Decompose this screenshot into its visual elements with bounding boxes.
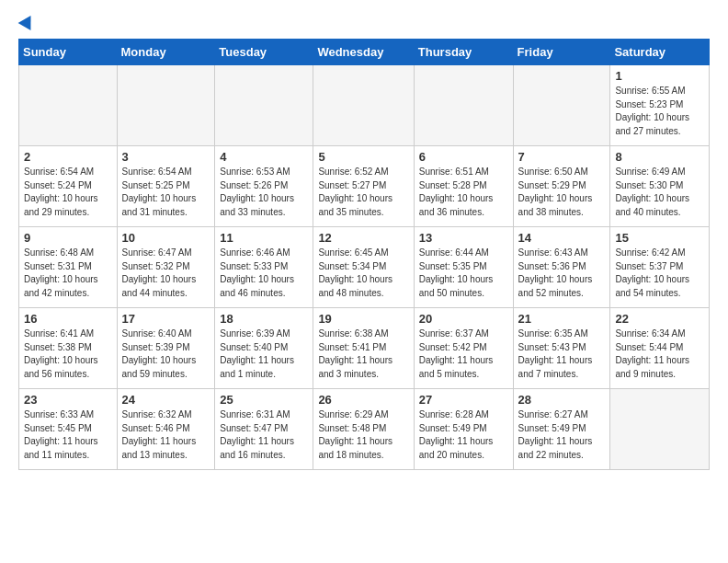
weekday-thursday: Thursday (414, 40, 513, 65)
day-info: Sunrise: 6:40 AM Sunset: 5:39 PM Dayligh… (122, 327, 210, 381)
day-info: Sunrise: 6:38 AM Sunset: 5:41 PM Dayligh… (318, 327, 408, 381)
day-number: 7 (518, 150, 606, 164)
day-cell: 26Sunrise: 6:29 AM Sunset: 5:48 PM Dayli… (313, 389, 414, 470)
day-cell: 15Sunrise: 6:42 AM Sunset: 5:37 PM Dayli… (610, 227, 710, 308)
day-cell: 17Sunrise: 6:40 AM Sunset: 5:39 PM Dayli… (117, 308, 215, 389)
day-cell (19, 65, 118, 146)
day-number: 23 (24, 393, 112, 407)
day-info: Sunrise: 6:33 AM Sunset: 5:45 PM Dayligh… (24, 408, 112, 462)
day-cell: 11Sunrise: 6:46 AM Sunset: 5:33 PM Dayli… (215, 227, 313, 308)
day-cell (117, 65, 215, 146)
day-cell: 19Sunrise: 6:38 AM Sunset: 5:41 PM Dayli… (313, 308, 414, 389)
day-cell: 20Sunrise: 6:37 AM Sunset: 5:42 PM Dayli… (414, 308, 513, 389)
day-number: 12 (318, 231, 408, 245)
day-cell: 6Sunrise: 6:51 AM Sunset: 5:28 PM Daylig… (414, 146, 513, 227)
day-info: Sunrise: 6:32 AM Sunset: 5:46 PM Dayligh… (122, 408, 210, 462)
day-number: 14 (518, 231, 606, 245)
day-number: 21 (518, 312, 606, 326)
header (18, 15, 710, 29)
calendar-table: SundayMondayTuesdayWednesdayThursdayFrid… (18, 39, 710, 470)
weekday-header-row: SundayMondayTuesdayWednesdayThursdayFrid… (19, 40, 710, 65)
page: SundayMondayTuesdayWednesdayThursdayFrid… (0, 0, 728, 479)
day-info: Sunrise: 6:31 AM Sunset: 5:47 PM Dayligh… (220, 408, 308, 462)
day-cell: 28Sunrise: 6:27 AM Sunset: 5:49 PM Dayli… (513, 389, 610, 470)
day-info: Sunrise: 6:48 AM Sunset: 5:31 PM Dayligh… (24, 247, 112, 300)
day-info: Sunrise: 6:29 AM Sunset: 5:48 PM Dayligh… (318, 408, 408, 462)
day-number: 19 (318, 312, 408, 326)
day-cell: 22Sunrise: 6:34 AM Sunset: 5:44 PM Dayli… (610, 308, 710, 389)
day-info: Sunrise: 6:34 AM Sunset: 5:44 PM Dayligh… (615, 327, 704, 381)
day-info: Sunrise: 6:45 AM Sunset: 5:34 PM Dayligh… (318, 247, 408, 300)
day-info: Sunrise: 6:52 AM Sunset: 5:27 PM Dayligh… (318, 166, 408, 219)
day-info: Sunrise: 6:55 AM Sunset: 5:23 PM Dayligh… (615, 85, 704, 138)
day-number: 17 (122, 312, 210, 326)
day-info: Sunrise: 6:37 AM Sunset: 5:42 PM Dayligh… (419, 327, 508, 381)
day-number: 5 (318, 150, 408, 164)
week-row-1: 2Sunrise: 6:54 AM Sunset: 5:24 PM Daylig… (19, 146, 710, 227)
day-info: Sunrise: 6:39 AM Sunset: 5:40 PM Dayligh… (220, 327, 308, 381)
day-cell: 21Sunrise: 6:35 AM Sunset: 5:43 PM Dayli… (513, 308, 610, 389)
weekday-sunday: Sunday (19, 40, 118, 65)
day-cell (313, 65, 414, 146)
weekday-monday: Monday (117, 40, 215, 65)
day-number: 2 (24, 150, 112, 164)
day-info: Sunrise: 6:42 AM Sunset: 5:37 PM Dayligh… (615, 247, 704, 300)
day-number: 8 (615, 150, 704, 164)
day-cell: 10Sunrise: 6:47 AM Sunset: 5:32 PM Dayli… (117, 227, 215, 308)
day-cell: 16Sunrise: 6:41 AM Sunset: 5:38 PM Dayli… (19, 308, 118, 389)
day-info: Sunrise: 6:47 AM Sunset: 5:32 PM Dayligh… (122, 247, 210, 300)
day-cell: 14Sunrise: 6:43 AM Sunset: 5:36 PM Dayli… (513, 227, 610, 308)
week-row-4: 23Sunrise: 6:33 AM Sunset: 5:45 PM Dayli… (19, 389, 710, 470)
day-info: Sunrise: 6:53 AM Sunset: 5:26 PM Dayligh… (220, 166, 308, 219)
day-info: Sunrise: 6:51 AM Sunset: 5:28 PM Dayligh… (419, 166, 508, 219)
weekday-tuesday: Tuesday (215, 40, 313, 65)
day-number: 6 (419, 150, 508, 164)
week-row-0: 1Sunrise: 6:55 AM Sunset: 5:23 PM Daylig… (19, 65, 710, 146)
logo (18, 15, 35, 29)
day-info: Sunrise: 6:28 AM Sunset: 5:49 PM Dayligh… (419, 408, 508, 462)
day-number: 28 (518, 393, 606, 407)
day-cell (414, 65, 513, 146)
day-cell: 27Sunrise: 6:28 AM Sunset: 5:49 PM Dayli… (414, 389, 513, 470)
day-number: 9 (24, 231, 112, 245)
day-number: 20 (419, 312, 508, 326)
day-number: 16 (24, 312, 112, 326)
day-number: 4 (220, 150, 308, 164)
day-number: 11 (220, 231, 308, 245)
weekday-friday: Friday (513, 40, 610, 65)
day-info: Sunrise: 6:46 AM Sunset: 5:33 PM Dayligh… (220, 247, 308, 300)
day-info: Sunrise: 6:54 AM Sunset: 5:25 PM Dayligh… (122, 166, 210, 219)
day-cell: 1Sunrise: 6:55 AM Sunset: 5:23 PM Daylig… (610, 65, 710, 146)
week-row-3: 16Sunrise: 6:41 AM Sunset: 5:38 PM Dayli… (19, 308, 710, 389)
day-cell: 13Sunrise: 6:44 AM Sunset: 5:35 PM Dayli… (414, 227, 513, 308)
day-cell: 4Sunrise: 6:53 AM Sunset: 5:26 PM Daylig… (215, 146, 313, 227)
day-cell (610, 389, 710, 470)
weekday-saturday: Saturday (610, 40, 710, 65)
day-info: Sunrise: 6:41 AM Sunset: 5:38 PM Dayligh… (24, 327, 112, 381)
day-number: 3 (122, 150, 210, 164)
day-number: 18 (220, 312, 308, 326)
day-info: Sunrise: 6:43 AM Sunset: 5:36 PM Dayligh… (518, 247, 606, 300)
day-cell (513, 65, 610, 146)
day-cell (215, 65, 313, 146)
day-cell: 24Sunrise: 6:32 AM Sunset: 5:46 PM Dayli… (117, 389, 215, 470)
day-cell: 23Sunrise: 6:33 AM Sunset: 5:45 PM Dayli… (19, 389, 118, 470)
day-cell: 7Sunrise: 6:50 AM Sunset: 5:29 PM Daylig… (513, 146, 610, 227)
day-number: 26 (318, 393, 408, 407)
day-cell: 25Sunrise: 6:31 AM Sunset: 5:47 PM Dayli… (215, 389, 313, 470)
logo-triangle-icon (18, 12, 38, 30)
day-cell: 2Sunrise: 6:54 AM Sunset: 5:24 PM Daylig… (19, 146, 118, 227)
day-number: 25 (220, 393, 308, 407)
day-number: 1 (615, 69, 704, 83)
day-cell: 18Sunrise: 6:39 AM Sunset: 5:40 PM Dayli… (215, 308, 313, 389)
day-cell: 9Sunrise: 6:48 AM Sunset: 5:31 PM Daylig… (19, 227, 118, 308)
day-info: Sunrise: 6:50 AM Sunset: 5:29 PM Dayligh… (518, 166, 606, 219)
day-number: 22 (615, 312, 704, 326)
day-cell: 12Sunrise: 6:45 AM Sunset: 5:34 PM Dayli… (313, 227, 414, 308)
day-info: Sunrise: 6:35 AM Sunset: 5:43 PM Dayligh… (518, 327, 606, 381)
day-cell: 8Sunrise: 6:49 AM Sunset: 5:30 PM Daylig… (610, 146, 710, 227)
day-info: Sunrise: 6:44 AM Sunset: 5:35 PM Dayligh… (419, 247, 508, 300)
weekday-wednesday: Wednesday (313, 40, 414, 65)
day-cell: 3Sunrise: 6:54 AM Sunset: 5:25 PM Daylig… (117, 146, 215, 227)
day-number: 15 (615, 231, 704, 245)
